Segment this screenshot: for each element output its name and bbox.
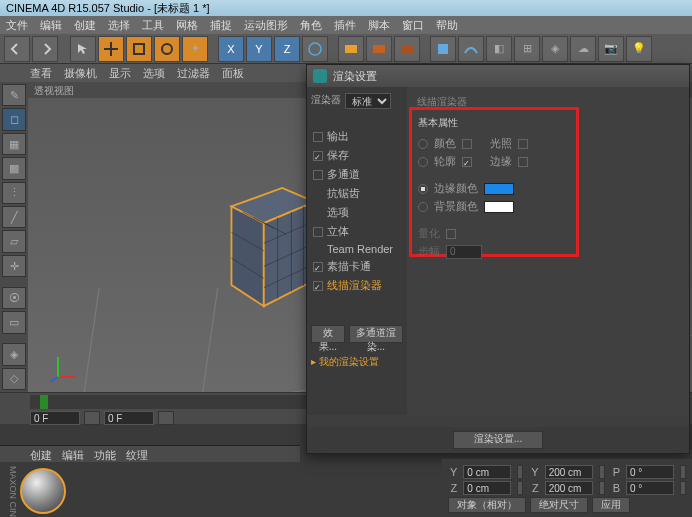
undo-button[interactable]: [4, 36, 30, 62]
axis-mode[interactable]: ✛: [2, 255, 26, 277]
edgecolor-swatch[interactable]: [484, 183, 514, 195]
select-tool[interactable]: [70, 36, 96, 62]
tool-b[interactable]: ◇: [2, 368, 26, 390]
menu-select[interactable]: 选择: [108, 18, 130, 32]
illum-checkbox[interactable]: [518, 139, 528, 149]
menu-help[interactable]: 帮助: [436, 18, 458, 32]
render-view-button[interactable]: [338, 36, 364, 62]
apply-button[interactable]: 应用: [592, 497, 630, 513]
rs-item-sketch[interactable]: 素描卡通: [311, 257, 403, 276]
spin-z[interactable]: [517, 481, 523, 495]
outline-radio[interactable]: [418, 157, 428, 167]
spin-y[interactable]: [517, 465, 523, 479]
vtab-camera[interactable]: 摄像机: [64, 66, 97, 80]
snap-toggle[interactable]: ⦿: [2, 287, 26, 309]
outline-checkbox[interactable]: [462, 157, 472, 167]
cube-object[interactable]: [228, 188, 318, 308]
rs-item-stereo[interactable]: 立体: [311, 222, 403, 241]
light-button[interactable]: 💡: [626, 36, 652, 62]
rs-item-multipass[interactable]: 多通道: [311, 165, 403, 184]
vtab-display[interactable]: 显示: [109, 66, 131, 80]
tool-a[interactable]: ◈: [2, 343, 26, 365]
pos-z[interactable]: [463, 481, 511, 495]
rs-item-aa[interactable]: 抗锯齿: [311, 184, 403, 203]
spline-primitive[interactable]: [458, 36, 484, 62]
steps-input[interactable]: [446, 245, 482, 259]
bgcolor-swatch[interactable]: [484, 201, 514, 213]
vtab-options[interactable]: 选项: [143, 66, 165, 80]
rotate-tool[interactable]: [154, 36, 180, 62]
menu-window[interactable]: 窗口: [402, 18, 424, 32]
menu-snap[interactable]: 捕捉: [210, 18, 232, 32]
point-mode[interactable]: ⋮: [2, 182, 26, 204]
frame-start-spin[interactable]: [84, 411, 100, 425]
mat-tab-create[interactable]: 创建: [30, 448, 52, 460]
menu-tools[interactable]: 工具: [142, 18, 164, 32]
rot-p[interactable]: [626, 465, 674, 479]
scale-tool[interactable]: [126, 36, 152, 62]
camera-button[interactable]: 📷: [598, 36, 624, 62]
edgecolor-radio[interactable]: [418, 184, 428, 194]
effect-button[interactable]: 效果...: [311, 325, 345, 343]
quantize-checkbox[interactable]: [446, 229, 456, 239]
redo-button[interactable]: [32, 36, 58, 62]
color-checkbox[interactable]: [462, 139, 472, 149]
make-editable[interactable]: ✎: [2, 84, 26, 106]
y-axis-lock[interactable]: Y: [246, 36, 272, 62]
vtab-filter[interactable]: 过滤器: [177, 66, 210, 80]
spin-z2[interactable]: [599, 481, 605, 495]
coord-system[interactable]: [302, 36, 328, 62]
nurbs-button[interactable]: ◧: [486, 36, 512, 62]
my-render-settings[interactable]: 我的渲染设置: [311, 355, 403, 369]
menu-create[interactable]: 创建: [74, 18, 96, 32]
spin-p[interactable]: [680, 465, 686, 479]
rs-item-teamrender[interactable]: Team Render: [311, 241, 403, 257]
mat-tab-func[interactable]: 功能: [94, 448, 116, 460]
menu-character[interactable]: 角色: [300, 18, 322, 32]
rs-item-options[interactable]: 选项: [311, 203, 403, 222]
menu-mesh[interactable]: 网格: [176, 18, 198, 32]
coord-mode-button[interactable]: 对象（相对）: [448, 497, 526, 513]
deformer-button[interactable]: ◈: [542, 36, 568, 62]
menu-mograph[interactable]: 运动图形: [244, 18, 288, 32]
playhead[interactable]: [40, 395, 48, 409]
render-settings-footer-button[interactable]: 渲染设置...: [453, 431, 543, 449]
array-button[interactable]: ⊞: [514, 36, 540, 62]
rot-b[interactable]: [626, 481, 674, 495]
material-preview[interactable]: [20, 468, 66, 514]
vtab-view[interactable]: 查看: [30, 66, 52, 80]
rs-item-output[interactable]: 输出: [311, 127, 403, 146]
rs-item-cel[interactable]: 线描渲染器: [311, 276, 403, 295]
frame-current[interactable]: [104, 411, 154, 425]
menu-plugins[interactable]: 插件: [334, 18, 356, 32]
vtab-panel[interactable]: 面板: [222, 66, 244, 80]
z-axis-lock[interactable]: Z: [274, 36, 300, 62]
render-settings-button[interactable]: [394, 36, 420, 62]
size-mode-button[interactable]: 绝对尺寸: [530, 497, 588, 513]
renderer-select[interactable]: 标准: [345, 93, 391, 109]
rs-item-save[interactable]: 保存: [311, 146, 403, 165]
edge-mode[interactable]: ╱: [2, 206, 26, 228]
x-axis-lock[interactable]: X: [218, 36, 244, 62]
environment-button[interactable]: ☁: [570, 36, 596, 62]
bgcolor-radio[interactable]: [418, 202, 428, 212]
menu-file[interactable]: 文件: [6, 18, 28, 32]
size-z[interactable]: [545, 481, 593, 495]
render-region-button[interactable]: [366, 36, 392, 62]
recent-tool[interactable]: ✦: [182, 36, 208, 62]
spin-y2[interactable]: [599, 465, 605, 479]
model-mode[interactable]: ◻: [2, 108, 26, 130]
menu-edit[interactable]: 编辑: [40, 18, 62, 32]
workplane[interactable]: ▭: [2, 311, 26, 333]
move-tool[interactable]: [98, 36, 124, 62]
mat-tab-tex[interactable]: 纹理: [126, 448, 148, 460]
texture-mode[interactable]: ▦: [2, 133, 26, 155]
color-radio[interactable]: [418, 139, 428, 149]
spin-b[interactable]: [680, 481, 686, 495]
edges-checkbox[interactable]: [518, 157, 528, 167]
poly-mode[interactable]: ▱: [2, 230, 26, 252]
size-y[interactable]: [545, 465, 593, 479]
frame-cur-spin[interactable]: [158, 411, 174, 425]
mat-tab-edit[interactable]: 编辑: [62, 448, 84, 460]
uv-mode[interactable]: ▩: [2, 157, 26, 179]
